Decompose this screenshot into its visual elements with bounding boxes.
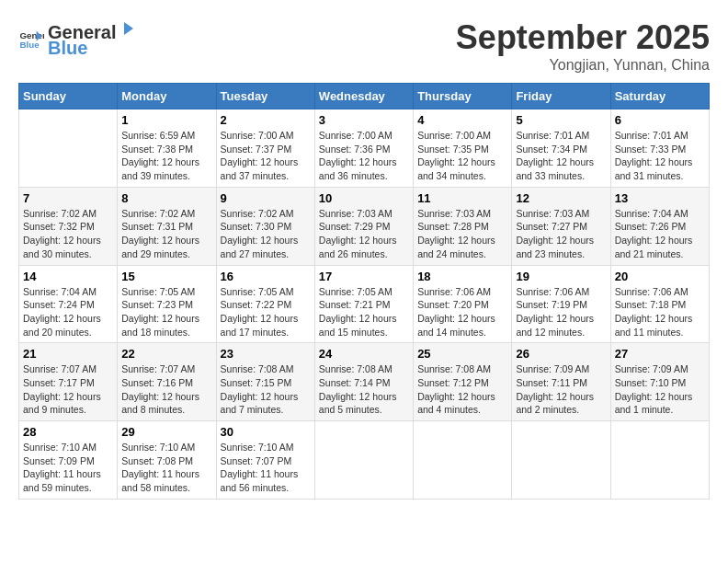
day-info: Sunrise: 7:05 AM Sunset: 7:21 PM Dayligh… bbox=[319, 285, 409, 339]
calendar-cell: 14Sunrise: 7:04 AM Sunset: 7:24 PM Dayli… bbox=[19, 265, 118, 343]
day-info: Sunrise: 7:07 AM Sunset: 7:16 PM Dayligh… bbox=[121, 362, 211, 417]
calendar-cell: 30Sunrise: 7:10 AM Sunset: 7:07 PM Dayli… bbox=[216, 421, 314, 500]
calendar-cell bbox=[512, 421, 610, 500]
title-block: September 2025 Yongjian, Yunnan, China bbox=[456, 18, 710, 74]
day-number: 4 bbox=[417, 113, 507, 127]
calendar-cell: 5Sunrise: 7:01 AM Sunset: 7:34 PM Daylig… bbox=[512, 109, 610, 188]
weekday-header-sunday: Sunday bbox=[19, 84, 118, 109]
calendar-cell: 21Sunrise: 7:07 AM Sunset: 7:17 PM Dayli… bbox=[19, 343, 118, 421]
day-info: Sunrise: 7:03 AM Sunset: 7:29 PM Dayligh… bbox=[319, 207, 409, 261]
calendar-cell: 26Sunrise: 7:09 AM Sunset: 7:11 PM Dayli… bbox=[512, 343, 610, 421]
weekday-header-monday: Monday bbox=[118, 84, 216, 109]
day-number: 20 bbox=[615, 270, 705, 283]
day-info: Sunrise: 7:05 AM Sunset: 7:23 PM Dayligh… bbox=[121, 285, 211, 339]
day-number: 30 bbox=[221, 425, 311, 439]
day-number: 11 bbox=[417, 191, 507, 205]
day-number: 2 bbox=[221, 113, 311, 127]
day-number: 24 bbox=[319, 347, 409, 361]
day-number: 1 bbox=[121, 113, 211, 127]
weekday-header-saturday: Saturday bbox=[610, 84, 709, 109]
calendar-cell: 9Sunrise: 7:02 AM Sunset: 7:30 PM Daylig… bbox=[216, 187, 314, 265]
day-number: 23 bbox=[221, 347, 311, 361]
calendar-cell: 11Sunrise: 7:03 AM Sunset: 7:28 PM Dayli… bbox=[414, 187, 512, 265]
day-number: 15 bbox=[121, 270, 211, 283]
day-info: Sunrise: 7:06 AM Sunset: 7:19 PM Dayligh… bbox=[516, 285, 606, 339]
day-info: Sunrise: 7:10 AM Sunset: 7:09 PM Dayligh… bbox=[23, 441, 113, 495]
day-info: Sunrise: 7:02 AM Sunset: 7:31 PM Dayligh… bbox=[121, 207, 211, 261]
day-info: Sunrise: 7:10 AM Sunset: 7:08 PM Dayligh… bbox=[121, 441, 211, 495]
calendar-cell: 15Sunrise: 7:05 AM Sunset: 7:23 PM Dayli… bbox=[118, 265, 216, 343]
day-info: Sunrise: 7:10 AM Sunset: 7:07 PM Dayligh… bbox=[221, 441, 311, 495]
day-number: 12 bbox=[516, 191, 606, 205]
day-number: 22 bbox=[121, 347, 211, 361]
svg-text:Blue: Blue bbox=[19, 40, 40, 50]
calendar-cell: 22Sunrise: 7:07 AM Sunset: 7:16 PM Dayli… bbox=[118, 343, 216, 421]
calendar-cell: 7Sunrise: 7:02 AM Sunset: 7:32 PM Daylig… bbox=[19, 187, 118, 265]
calendar-cell: 18Sunrise: 7:06 AM Sunset: 7:20 PM Dayli… bbox=[414, 265, 512, 343]
day-info: Sunrise: 7:02 AM Sunset: 7:30 PM Dayligh… bbox=[221, 207, 311, 261]
day-number: 26 bbox=[516, 347, 606, 361]
calendar-cell: 23Sunrise: 7:08 AM Sunset: 7:15 PM Dayli… bbox=[216, 343, 314, 421]
calendar-cell: 3Sunrise: 7:00 AM Sunset: 7:36 PM Daylig… bbox=[314, 109, 413, 188]
calendar-header-row: SundayMondayTuesdayWednesdayThursdayFrid… bbox=[19, 84, 710, 109]
day-number: 5 bbox=[516, 113, 606, 127]
calendar-cell bbox=[19, 109, 118, 188]
day-number: 6 bbox=[615, 113, 705, 127]
day-number: 19 bbox=[516, 270, 606, 283]
day-info: Sunrise: 7:07 AM Sunset: 7:17 PM Dayligh… bbox=[23, 362, 113, 417]
calendar-cell: 6Sunrise: 7:01 AM Sunset: 7:33 PM Daylig… bbox=[610, 109, 709, 188]
calendar-week-row: 1Sunrise: 6:59 AM Sunset: 7:38 PM Daylig… bbox=[19, 109, 710, 188]
logo: General Blue General Blue bbox=[18, 18, 138, 59]
day-info: Sunrise: 7:08 AM Sunset: 7:15 PM Dayligh… bbox=[221, 362, 311, 417]
day-number: 3 bbox=[319, 113, 409, 127]
day-info: Sunrise: 7:03 AM Sunset: 7:28 PM Dayligh… bbox=[417, 207, 507, 261]
calendar-week-row: 21Sunrise: 7:07 AM Sunset: 7:17 PM Dayli… bbox=[19, 343, 710, 421]
calendar-cell: 24Sunrise: 7:08 AM Sunset: 7:14 PM Dayli… bbox=[314, 343, 413, 421]
calendar-cell bbox=[314, 421, 413, 500]
location: Yongjian, Yunnan, China bbox=[456, 57, 710, 74]
svg-marker-2 bbox=[124, 22, 133, 35]
day-info: Sunrise: 7:05 AM Sunset: 7:22 PM Dayligh… bbox=[221, 285, 311, 339]
calendar-week-row: 7Sunrise: 7:02 AM Sunset: 7:32 PM Daylig… bbox=[19, 187, 710, 265]
day-number: 7 bbox=[23, 191, 113, 205]
day-number: 13 bbox=[615, 191, 705, 205]
day-number: 10 bbox=[319, 191, 409, 205]
page-header: General Blue General Blue September 2025… bbox=[18, 18, 710, 74]
calendar-cell: 2Sunrise: 7:00 AM Sunset: 7:37 PM Daylig… bbox=[216, 109, 314, 188]
day-info: Sunrise: 7:06 AM Sunset: 7:18 PM Dayligh… bbox=[615, 285, 705, 339]
day-number: 17 bbox=[319, 270, 409, 283]
calendar-cell: 28Sunrise: 7:10 AM Sunset: 7:09 PM Dayli… bbox=[19, 421, 118, 500]
calendar-cell: 8Sunrise: 7:02 AM Sunset: 7:31 PM Daylig… bbox=[118, 187, 216, 265]
calendar-cell: 4Sunrise: 7:00 AM Sunset: 7:35 PM Daylig… bbox=[414, 109, 512, 188]
logo-arrow-icon bbox=[117, 18, 137, 39]
calendar-cell: 20Sunrise: 7:06 AM Sunset: 7:18 PM Dayli… bbox=[610, 265, 709, 343]
month-title: September 2025 bbox=[456, 18, 710, 57]
day-number: 16 bbox=[221, 270, 311, 283]
logo-icon: General Blue bbox=[18, 26, 44, 52]
day-info: Sunrise: 7:01 AM Sunset: 7:33 PM Dayligh… bbox=[615, 129, 705, 183]
day-info: Sunrise: 7:09 AM Sunset: 7:10 PM Dayligh… bbox=[615, 362, 705, 417]
calendar-week-row: 28Sunrise: 7:10 AM Sunset: 7:09 PM Dayli… bbox=[19, 421, 710, 500]
day-info: Sunrise: 7:04 AM Sunset: 7:24 PM Dayligh… bbox=[23, 285, 113, 339]
calendar-cell: 25Sunrise: 7:08 AM Sunset: 7:12 PM Dayli… bbox=[414, 343, 512, 421]
day-number: 21 bbox=[23, 347, 113, 361]
day-number: 18 bbox=[417, 270, 507, 283]
day-number: 27 bbox=[615, 347, 705, 361]
calendar-cell: 19Sunrise: 7:06 AM Sunset: 7:19 PM Dayli… bbox=[512, 265, 610, 343]
day-info: Sunrise: 7:03 AM Sunset: 7:27 PM Dayligh… bbox=[516, 207, 606, 261]
calendar-week-row: 14Sunrise: 7:04 AM Sunset: 7:24 PM Dayli… bbox=[19, 265, 710, 343]
calendar-cell: 10Sunrise: 7:03 AM Sunset: 7:29 PM Dayli… bbox=[314, 187, 413, 265]
calendar-cell: 17Sunrise: 7:05 AM Sunset: 7:21 PM Dayli… bbox=[314, 265, 413, 343]
day-info: Sunrise: 7:06 AM Sunset: 7:20 PM Dayligh… bbox=[417, 285, 507, 339]
calendar-cell: 1Sunrise: 6:59 AM Sunset: 7:38 PM Daylig… bbox=[118, 109, 216, 188]
calendar-table: SundayMondayTuesdayWednesdayThursdayFrid… bbox=[18, 83, 710, 500]
calendar-cell bbox=[414, 421, 512, 500]
day-info: Sunrise: 7:04 AM Sunset: 7:26 PM Dayligh… bbox=[615, 207, 705, 261]
day-info: Sunrise: 7:01 AM Sunset: 7:34 PM Dayligh… bbox=[516, 129, 606, 183]
day-number: 25 bbox=[417, 347, 507, 361]
calendar-cell: 29Sunrise: 7:10 AM Sunset: 7:08 PM Dayli… bbox=[118, 421, 216, 500]
calendar-cell: 16Sunrise: 7:05 AM Sunset: 7:22 PM Dayli… bbox=[216, 265, 314, 343]
calendar-cell: 27Sunrise: 7:09 AM Sunset: 7:10 PM Dayli… bbox=[610, 343, 709, 421]
day-info: Sunrise: 6:59 AM Sunset: 7:38 PM Dayligh… bbox=[121, 129, 211, 183]
day-info: Sunrise: 7:09 AM Sunset: 7:11 PM Dayligh… bbox=[516, 362, 606, 417]
